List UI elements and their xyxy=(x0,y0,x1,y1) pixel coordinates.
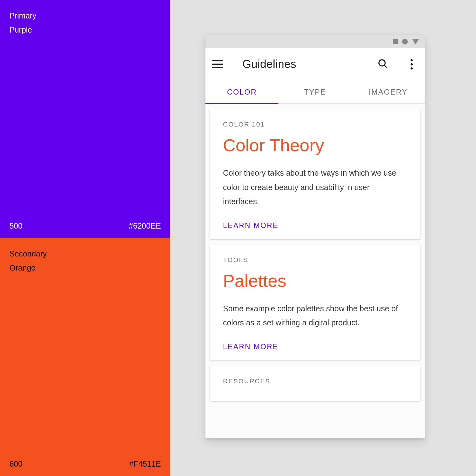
primary-swatch: Primary Purple 500 #6200EE xyxy=(0,0,170,238)
secondary-role-label: Secondary xyxy=(9,247,161,261)
secondary-shade: 600 xyxy=(9,459,23,468)
card-overline: COLOR 101 xyxy=(223,121,407,128)
tab-type[interactable]: TYPE xyxy=(278,80,351,103)
statusbar-triangle-icon xyxy=(412,39,419,44)
learn-more-button[interactable]: LEARN MORE xyxy=(223,221,407,230)
card-overline: TOOLS xyxy=(223,256,407,264)
secondary-color-name: Orange xyxy=(9,261,161,275)
primary-shade: 500 xyxy=(9,221,23,230)
card-color-theory: COLOR 101 Color Theory Color theory talk… xyxy=(210,109,420,239)
app-bar: Guidelines xyxy=(205,48,425,80)
menu-icon[interactable] xyxy=(212,60,223,68)
device-frame: Guidelines COLOR TYPE IMAGERY COLOR 101 … xyxy=(205,35,425,438)
content-area[interactable]: COLOR 101 Color Theory Color theory talk… xyxy=(205,104,425,438)
color-swatch-column: Primary Purple 500 #6200EE Secondary Ora… xyxy=(0,0,170,476)
primary-color-name: Purple xyxy=(9,23,161,37)
statusbar-square-icon xyxy=(393,39,398,44)
tab-color[interactable]: COLOR xyxy=(205,80,278,103)
card-overline: RESOURCES xyxy=(223,377,407,385)
svg-point-0 xyxy=(379,60,385,66)
card-resources: RESOURCES xyxy=(210,366,420,401)
status-bar xyxy=(205,35,425,48)
secondary-swatch: Secondary Orange 600 #F4511E xyxy=(0,238,170,476)
tab-imagery[interactable]: IMAGERY xyxy=(352,80,425,103)
statusbar-circle-icon xyxy=(402,39,408,44)
search-icon[interactable] xyxy=(377,58,388,70)
card-palettes: TOOLS Palettes Some example color palett… xyxy=(210,245,420,360)
card-title: Palettes xyxy=(223,271,407,291)
primary-hex: #6200EE xyxy=(129,221,161,230)
page-title: Guidelines xyxy=(242,58,296,71)
card-title: Color Theory xyxy=(223,135,407,155)
primary-role-label: Primary xyxy=(9,9,161,23)
learn-more-button[interactable]: LEARN MORE xyxy=(223,343,407,351)
svg-line-1 xyxy=(385,65,387,68)
secondary-hex: #F4511E xyxy=(129,459,161,468)
overflow-menu-icon[interactable] xyxy=(407,58,416,71)
card-body: Some example color palettes show the bes… xyxy=(223,302,407,330)
tab-bar: COLOR TYPE IMAGERY xyxy=(205,80,425,104)
card-body: Color theory talks about the ways in whi… xyxy=(223,166,407,209)
